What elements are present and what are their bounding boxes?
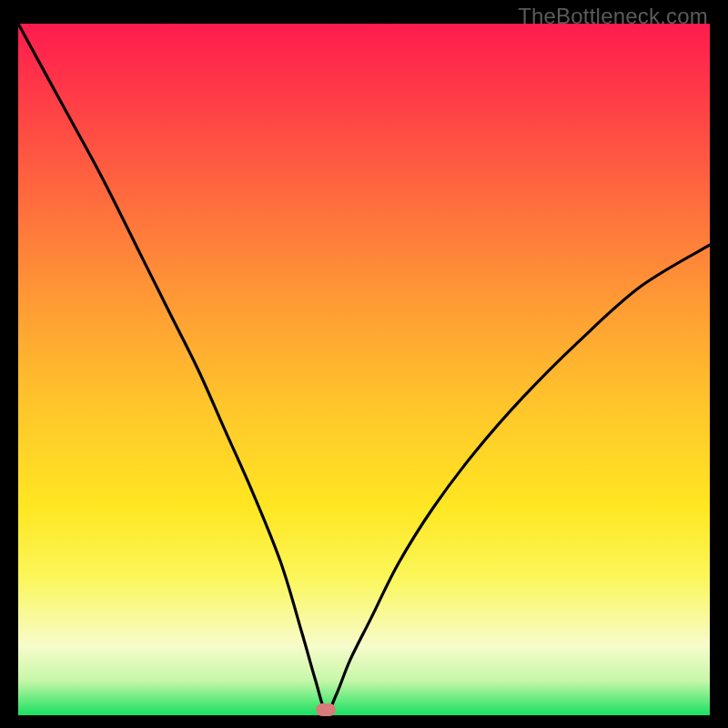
watermark-text: TheBottleneck.com	[518, 4, 708, 29]
bottleneck-curve	[18, 24, 710, 715]
optimal-point-marker	[316, 703, 336, 716]
chart-frame	[18, 24, 710, 715]
